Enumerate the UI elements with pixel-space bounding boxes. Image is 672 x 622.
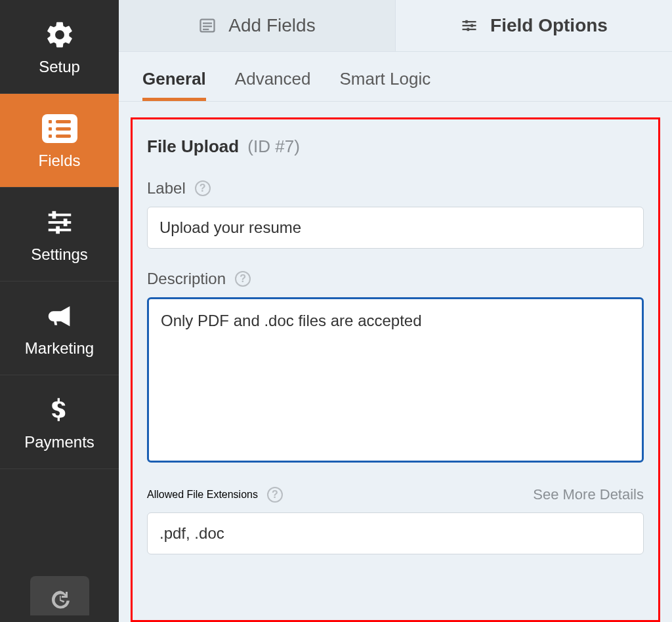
field-id-tag: (ID #7): [247, 136, 299, 156]
svg-rect-13: [465, 20, 468, 24]
svg-rect-15: [467, 28, 470, 31]
sub-tabs: General Advanced Smart Logic: [119, 52, 672, 102]
sliders-icon: [460, 16, 478, 35]
label-block: Label ?: [147, 179, 644, 249]
svg-rect-3: [52, 211, 56, 219]
general-panel: File Upload (ID #7) Label ? Description …: [131, 117, 660, 622]
dollar-icon: [47, 394, 73, 426]
description-block: Description ?: [147, 270, 644, 465]
label-caption: Label: [147, 179, 186, 197]
tab-label: Add Fields: [228, 15, 315, 36]
sidebar-item-setup[interactable]: Setup: [0, 0, 119, 94]
sidebar-item-fields[interactable]: Fields: [0, 94, 119, 188]
help-icon[interactable]: ?: [267, 487, 283, 503]
sidebar: Setup Fields Settings Marketing: [0, 0, 119, 622]
gear-icon: [44, 18, 75, 51]
svg-rect-14: [471, 24, 473, 28]
svg-rect-1: [48, 221, 71, 224]
extensions-caption: Allowed File Extensions: [147, 489, 258, 501]
bullhorn-icon: [45, 300, 75, 333]
sidebar-item-label: Payments: [24, 433, 94, 451]
description-input[interactable]: [147, 297, 644, 463]
extensions-input[interactable]: [147, 512, 644, 554]
subtab-advanced[interactable]: Advanced: [235, 69, 311, 101]
sliders-icon: [45, 206, 75, 239]
subtab-smart-logic[interactable]: Smart Logic: [339, 69, 430, 101]
form-icon: [198, 16, 217, 35]
top-tabs: Add Fields Field Options: [119, 0, 672, 52]
field-type-name: File Upload: [147, 136, 239, 156]
sidebar-item-label: Fields: [38, 152, 80, 170]
sidebar-item-payments[interactable]: Payments: [0, 375, 119, 469]
history-icon: [48, 588, 72, 612]
extensions-block: Allowed File Extensions ? See More Detai…: [147, 486, 644, 554]
description-caption: Description: [147, 270, 226, 288]
tab-field-options[interactable]: Field Options: [396, 0, 672, 51]
help-icon[interactable]: ?: [235, 271, 251, 287]
sidebar-item-label: Settings: [31, 245, 88, 264]
sidebar-item-settings[interactable]: Settings: [0, 188, 119, 281]
list-icon: [42, 112, 77, 145]
main-panel: Add Fields Field Options General Advance…: [119, 0, 672, 622]
svg-rect-4: [63, 218, 67, 226]
section-title: File Upload (ID #7): [147, 136, 644, 157]
label-input[interactable]: [147, 207, 644, 249]
see-more-link[interactable]: See More Details: [533, 486, 644, 503]
svg-rect-5: [56, 226, 60, 234]
history-button[interactable]: [30, 576, 89, 615]
tab-add-fields[interactable]: Add Fields: [119, 0, 396, 51]
sidebar-item-marketing[interactable]: Marketing: [0, 281, 119, 375]
help-icon[interactable]: ?: [195, 180, 211, 196]
svg-rect-0: [48, 214, 71, 217]
subtab-general[interactable]: General: [142, 69, 206, 101]
sidebar-item-label: Setup: [39, 58, 80, 76]
tab-label: Field Options: [490, 15, 608, 36]
sidebar-item-label: Marketing: [25, 339, 94, 358]
